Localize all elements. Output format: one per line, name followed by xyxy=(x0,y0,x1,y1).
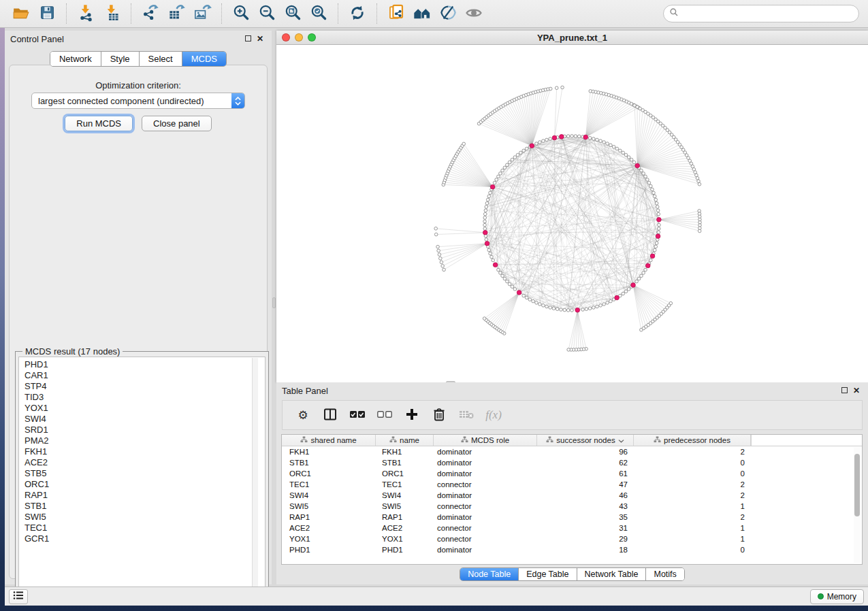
network-node[interactable] xyxy=(647,181,651,184)
column-header-name[interactable]: name xyxy=(376,435,434,446)
network-node[interactable] xyxy=(619,149,622,152)
search-input[interactable] xyxy=(679,7,858,20)
mcds-selected-node[interactable] xyxy=(656,234,660,239)
network-node[interactable] xyxy=(622,151,625,154)
column-header-predecessor-nodes[interactable]: predecessor nodes xyxy=(634,435,751,446)
mcds-selected-node[interactable] xyxy=(490,184,495,189)
network-node[interactable] xyxy=(486,198,489,201)
table-row[interactable]: YOX1YOX1connector291 xyxy=(282,533,862,544)
network-node[interactable] xyxy=(696,177,699,180)
network-node[interactable] xyxy=(644,175,647,178)
mcds-selected-node[interactable] xyxy=(485,242,489,246)
network-node[interactable] xyxy=(434,227,438,231)
network-node[interactable] xyxy=(649,184,653,188)
network-node[interactable] xyxy=(653,195,656,198)
mcds-result-item[interactable]: RAP1 xyxy=(19,490,265,501)
network-node[interactable] xyxy=(656,205,659,209)
network-node[interactable] xyxy=(508,161,511,164)
hide-graphics-button[interactable] xyxy=(435,2,461,25)
criterion-dropdown[interactable]: largest connected component (undirected) xyxy=(31,93,245,109)
network-node[interactable] xyxy=(592,306,596,310)
network-node[interactable] xyxy=(622,292,625,295)
network-node[interactable] xyxy=(434,233,438,236)
network-node[interactable] xyxy=(545,305,549,308)
network-node[interactable] xyxy=(441,265,445,268)
network-node[interactable] xyxy=(644,268,647,271)
mcds-result-item[interactable]: STP4 xyxy=(19,381,265,392)
network-node[interactable] xyxy=(642,172,645,176)
network-node[interactable] xyxy=(483,227,487,231)
network-node[interactable] xyxy=(695,174,698,177)
result-list-scrollbar[interactable] xyxy=(252,358,258,599)
network-node[interactable] xyxy=(585,308,588,311)
table-row[interactable]: PHD1PHD1dominator180 xyxy=(282,544,862,555)
network-node[interactable] xyxy=(483,317,486,320)
network-node[interactable] xyxy=(581,308,585,312)
network-node[interactable] xyxy=(627,288,630,291)
mcds-result-item[interactable]: PMA2 xyxy=(19,435,265,446)
show-graphics-button[interactable] xyxy=(461,2,487,25)
network-node[interactable] xyxy=(563,308,566,312)
column-header-MCDS-role[interactable]: MCDS role xyxy=(434,435,537,446)
add-column-button[interactable] xyxy=(400,403,424,427)
mcds-result-item[interactable]: SWI5 xyxy=(19,512,265,523)
network-node[interactable] xyxy=(640,274,643,278)
network-node[interactable] xyxy=(539,303,542,306)
network-node[interactable] xyxy=(599,139,602,143)
network-node[interactable] xyxy=(483,220,487,223)
mcds-result-item[interactable]: CAR1 xyxy=(19,370,265,381)
network-node[interactable] xyxy=(570,309,574,312)
network-node[interactable] xyxy=(657,231,660,234)
mcds-result-item[interactable]: SWI4 xyxy=(19,414,265,425)
network-node[interactable] xyxy=(555,86,558,90)
network-node[interactable] xyxy=(499,271,502,275)
tab-network-table[interactable]: Network Table xyxy=(577,568,647,580)
network-node[interactable] xyxy=(556,308,559,311)
tab-node-table[interactable]: Node Table xyxy=(460,568,519,580)
network-node[interactable] xyxy=(490,255,494,259)
network-node[interactable] xyxy=(657,227,660,231)
show-panels-button[interactable] xyxy=(9,589,28,604)
network-node[interactable] xyxy=(567,348,570,352)
network-node[interactable] xyxy=(654,198,658,201)
split-divider-grip[interactable] xyxy=(272,297,276,308)
network-node[interactable] xyxy=(483,212,487,216)
network-node[interactable] xyxy=(592,137,596,141)
export-network-button[interactable] xyxy=(138,2,163,25)
table-row[interactable]: ORC1ORC1dominator610 xyxy=(282,468,862,479)
mcds-result-item[interactable]: ACE2 xyxy=(19,457,265,468)
select-all-columns-button[interactable] xyxy=(345,403,370,427)
close-panel-button-mcds[interactable]: Close panel xyxy=(142,116,212,131)
window-minimize-icon[interactable] xyxy=(295,33,303,42)
network-node[interactable] xyxy=(624,290,628,293)
open-session-button[interactable] xyxy=(8,2,34,25)
zoom-in-button[interactable] xyxy=(228,2,254,25)
network-node[interactable] xyxy=(653,248,656,252)
delete-column-button[interactable] xyxy=(427,403,451,427)
network-node[interactable] xyxy=(655,242,658,245)
network-node[interactable] xyxy=(436,245,440,248)
network-node[interactable] xyxy=(602,303,606,306)
tab-style[interactable]: Style xyxy=(101,52,140,66)
mcds-selected-node[interactable] xyxy=(615,295,620,300)
network-node[interactable] xyxy=(612,146,615,149)
mcds-selected-node[interactable] xyxy=(493,263,498,267)
window-close-icon[interactable] xyxy=(282,33,290,42)
network-node[interactable] xyxy=(522,294,526,297)
float-table-panel-button[interactable] xyxy=(838,384,850,397)
network-node[interactable] xyxy=(539,141,542,144)
float-panel-button[interactable] xyxy=(242,33,254,45)
table-row[interactable]: FKH1FKH1dominator962 xyxy=(282,446,862,457)
network-node[interactable] xyxy=(561,86,564,89)
network-node[interactable] xyxy=(525,147,528,150)
deselect-all-columns-button[interactable] xyxy=(372,403,397,427)
mcds-selected-node[interactable] xyxy=(517,291,521,295)
network-node[interactable] xyxy=(532,299,535,303)
network-node[interactable] xyxy=(624,153,628,156)
network-node[interactable] xyxy=(632,161,636,164)
mcds-selected-node[interactable] xyxy=(631,283,636,288)
table-scrollbar[interactable] xyxy=(854,447,861,563)
network-node[interactable] xyxy=(499,172,502,176)
zoom-selected-button[interactable] xyxy=(306,2,332,25)
network-node[interactable] xyxy=(698,229,701,233)
